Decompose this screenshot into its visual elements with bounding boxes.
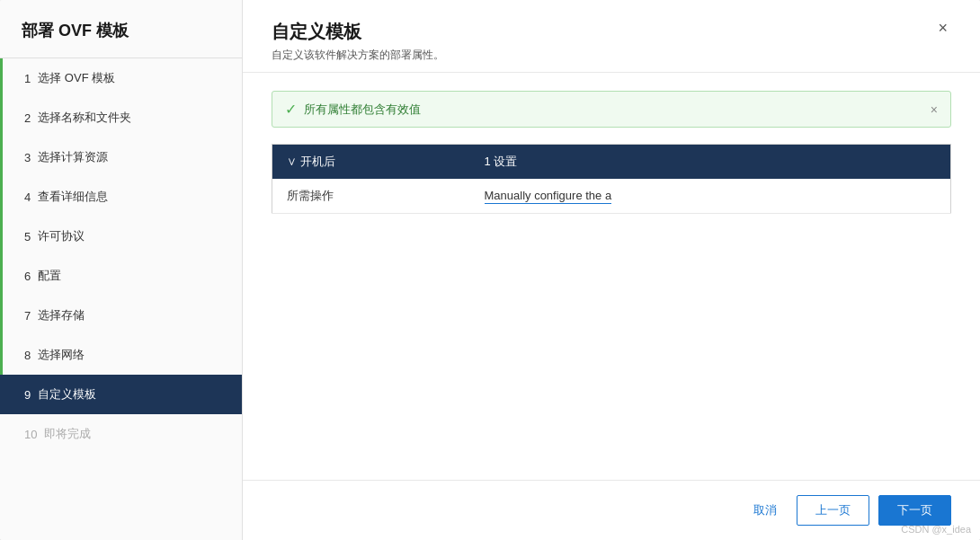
step-label: 选择存储 <box>38 307 85 323</box>
alert-message: 所有属性都包含有效值 <box>304 102 421 118</box>
sidebar-item-step5[interactable]: 5许可协议 <box>0 217 242 256</box>
next-button[interactable]: 下一页 <box>878 495 951 526</box>
step-num: 6 <box>24 270 31 283</box>
step-label: 选择计算资源 <box>38 149 108 165</box>
sidebar-nav: 1选择 OVF 模板2选择名称和文件夹3选择计算资源4查看详细信息5许可协议6配… <box>0 58 242 540</box>
step-num: 4 <box>24 190 31 204</box>
property-name: 所需操作 <box>272 179 470 214</box>
step-num: 10 <box>24 428 37 441</box>
step-num: 8 <box>24 349 31 362</box>
step-label: 自定义模板 <box>38 386 96 403</box>
success-alert: ✓ 所有属性都包含有效值 × <box>272 91 951 128</box>
cancel-button[interactable]: 取消 <box>743 496 788 525</box>
sidebar-item-step2[interactable]: 2选择名称和文件夹 <box>0 98 242 137</box>
check-icon: ✓ <box>285 101 297 118</box>
main-body: ✓ 所有属性都包含有效值 × ∨ 开机后 1 设置 <box>243 73 980 480</box>
footer: 取消 上一页 下一页 <box>243 480 980 540</box>
sidebar-item-step10: 10即将完成 <box>0 414 242 454</box>
step-num: 9 <box>24 388 31 402</box>
step-num: 5 <box>24 230 31 243</box>
sidebar-item-step8[interactable]: 8选择网络 <box>0 335 242 375</box>
sidebar-item-step6[interactable]: 6配置 <box>0 256 242 296</box>
step-label: 选择名称和文件夹 <box>38 110 131 126</box>
property-value: Manually configure the a <box>470 179 951 214</box>
step-label: 配置 <box>38 268 61 284</box>
close-button[interactable]: × <box>934 20 951 36</box>
sidebar-title: 部署 OVF 模板 <box>0 0 242 58</box>
step-num: 7 <box>24 309 31 323</box>
main-panel: 自定义模板 自定义该软件解决方案的部署属性。 × ✓ 所有属性都包含有效值 × … <box>243 0 980 540</box>
main-subtitle: 自定义该软件解决方案的部署属性。 <box>272 48 444 63</box>
main-header: 自定义模板 自定义该软件解决方案的部署属性。 × <box>243 0 980 73</box>
alert-close-button[interactable]: × <box>931 102 938 117</box>
step-num: 2 <box>24 111 31 125</box>
step-num: 3 <box>24 151 31 164</box>
watermark: CSDN @x_idea <box>901 524 971 535</box>
deploy-ovf-dialog: 部署 OVF 模板 1选择 OVF 模板2选择名称和文件夹3选择计算资源4查看详… <box>0 0 980 540</box>
step-label: 许可协议 <box>38 228 85 244</box>
properties-table: ∨ 开机后 1 设置 所需操作 Manually configure the a <box>272 144 951 214</box>
header-text: 自定义模板 自定义该软件解决方案的部署属性。 <box>272 20 444 63</box>
col2-header: 1 设置 <box>470 145 951 180</box>
step-label: 选择 OVF 模板 <box>38 70 115 86</box>
step-label: 即将完成 <box>44 426 91 442</box>
sidebar-item-step3[interactable]: 3选择计算资源 <box>0 137 242 177</box>
prev-button[interactable]: 上一页 <box>797 495 869 526</box>
property-field-value[interactable]: Manually configure the a <box>485 189 612 204</box>
main-title: 自定义模板 <box>272 20 444 44</box>
table-row-property: 所需操作 Manually configure the a <box>272 179 951 214</box>
sidebar-item-step4[interactable]: 4查看详细信息 <box>0 177 242 217</box>
sidebar-item-step1[interactable]: 1选择 OVF 模板 <box>0 58 242 98</box>
col1-header: ∨ 开机后 <box>272 145 470 180</box>
step-label: 查看详细信息 <box>38 189 108 205</box>
step-label: 选择网络 <box>38 347 85 363</box>
sidebar: 部署 OVF 模板 1选择 OVF 模板2选择名称和文件夹3选择计算资源4查看详… <box>0 0 243 540</box>
sidebar-item-step9[interactable]: 9自定义模板 <box>0 375 242 414</box>
step-num: 1 <box>24 72 31 85</box>
sidebar-item-step7[interactable]: 7选择存储 <box>0 296 242 335</box>
